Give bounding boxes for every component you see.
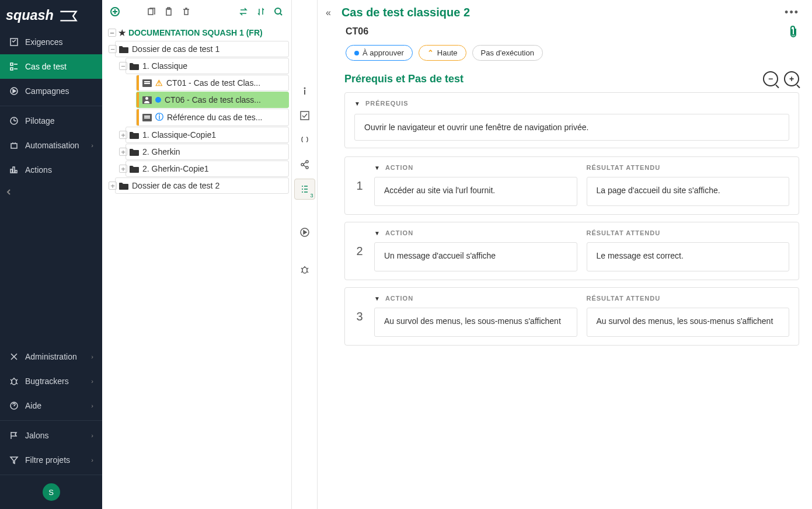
check-tab[interactable] bbox=[294, 105, 315, 126]
expand-icon[interactable]: + bbox=[109, 182, 117, 190]
testcase-type-icon bbox=[142, 114, 152, 121]
tree-item-selected[interactable]: CT06 - Cas de test class... bbox=[136, 92, 289, 108]
nav-exigences[interactable]: Exigences bbox=[0, 30, 102, 54]
chip-label: Haute bbox=[437, 48, 458, 57]
status-chip-approve[interactable]: À approuver bbox=[346, 45, 413, 61]
nav-automatisation[interactable]: Automatisation › bbox=[0, 133, 102, 158]
tree-folder[interactable]: − 1. Classique bbox=[126, 58, 289, 74]
tree-root[interactable]: − ★ DOCUMENTATION SQUASH 1 (FR) bbox=[104, 25, 289, 40]
step-number: 3 bbox=[345, 288, 374, 345]
more-icon[interactable]: ••• bbox=[785, 6, 799, 19]
action-text[interactable]: Un message d'accueil s'affiche bbox=[374, 242, 577, 271]
tree-item[interactable]: ⚠ CT01 - Cas de test Clas... bbox=[136, 75, 289, 91]
info-icon: ⓘ bbox=[155, 112, 163, 123]
result-text[interactable]: Au survol des menus, les sous-menus s'af… bbox=[587, 308, 790, 337]
action-header[interactable]: ▼ACTION bbox=[374, 164, 577, 171]
action-text[interactable]: Accéder au site via l'url fournit. bbox=[374, 177, 577, 206]
paste-button[interactable] bbox=[161, 4, 177, 20]
action-header[interactable]: ▼ACTION bbox=[374, 229, 577, 236]
collapse-panel-button[interactable]: « bbox=[326, 8, 331, 18]
expand-icon[interactable]: + bbox=[119, 148, 127, 156]
bug-tab[interactable] bbox=[294, 259, 315, 280]
collapse-icon[interactable]: − bbox=[109, 45, 117, 53]
share-tab[interactable] bbox=[294, 154, 315, 175]
prerequisite-header[interactable]: ▼ PRÉREQUIS bbox=[354, 100, 789, 107]
nav-campagnes[interactable]: Campagnes bbox=[0, 79, 102, 103]
swap-button[interactable] bbox=[235, 4, 252, 20]
result-text[interactable]: La page d'accueil du site s'affiche. bbox=[587, 177, 790, 206]
action-text[interactable]: Au survol des menus, les sous-menus s'af… bbox=[374, 308, 577, 337]
requirements-icon bbox=[9, 37, 19, 47]
collapse-sidebar-button[interactable] bbox=[0, 182, 102, 202]
step-number: 2 bbox=[345, 222, 374, 280]
zoom-out-icon[interactable]: − bbox=[763, 71, 778, 86]
nav-aide[interactable]: Aide › bbox=[0, 393, 102, 418]
tree-folder[interactable]: + 2. Gherkin-Copie1 bbox=[126, 161, 289, 177]
nav-actions[interactable]: Actions bbox=[0, 158, 102, 182]
svg-point-21 bbox=[302, 267, 307, 273]
nav-cas-de-test[interactable]: Cas de test bbox=[0, 54, 102, 79]
sidebar: squash Exigences Cas de test Campagnes P… bbox=[0, 0, 102, 509]
search-button[interactable] bbox=[270, 4, 287, 20]
result-label: RÉSULTAT ATTENDU bbox=[587, 295, 661, 302]
collapse-icon[interactable]: − bbox=[119, 62, 127, 70]
steps-tab[interactable]: 3 bbox=[294, 179, 315, 200]
help-icon bbox=[9, 400, 19, 411]
expand-icon[interactable]: + bbox=[119, 165, 127, 173]
tree-folder[interactable]: − Dossier de cas de test 1 bbox=[115, 41, 289, 57]
attachment-icon[interactable] bbox=[787, 25, 799, 38]
tree-folder[interactable]: + Dossier de cas de test 2 bbox=[115, 177, 289, 194]
main-content: « Cas de test classique 2 ••• CT06 À app… bbox=[318, 0, 812, 509]
logo: squash bbox=[0, 0, 102, 30]
play-tab[interactable] bbox=[294, 222, 315, 243]
result-header[interactable]: RÉSULTAT ATTENDU bbox=[587, 295, 790, 302]
tree-label: 2. Gherkin-Copie1 bbox=[142, 164, 285, 173]
execution-chip[interactable]: Pas d'exécution bbox=[472, 45, 543, 61]
test-step: 3 ▼ACTION Au survol des menus, les sous-… bbox=[344, 287, 799, 346]
dashboard-icon bbox=[9, 116, 19, 126]
action-header[interactable]: ▼ACTION bbox=[374, 295, 577, 302]
up-icon: ⌃ bbox=[427, 48, 434, 57]
tree-label: CT06 - Cas de test class... bbox=[165, 95, 285, 104]
code-tab[interactable] bbox=[294, 130, 315, 151]
nav-label: Administration bbox=[25, 352, 77, 361]
tree-folder[interactable]: + 2. Gherkin bbox=[126, 144, 289, 160]
result-header[interactable]: RÉSULTAT ATTENDU bbox=[587, 229, 790, 236]
nav-filtre-projets[interactable]: Filtre projets › bbox=[0, 448, 102, 472]
tree-folder[interactable]: + 1. Classique-Copie1 bbox=[126, 127, 289, 143]
delete-button[interactable] bbox=[178, 4, 194, 20]
priority-chip-high[interactable]: ⌃Haute bbox=[419, 45, 466, 61]
prereq-label: PRÉREQUIS bbox=[365, 100, 409, 107]
actions-icon bbox=[9, 165, 19, 175]
collapse-icon[interactable]: − bbox=[108, 29, 116, 37]
nav-pilotage[interactable]: Pilotage bbox=[0, 109, 102, 133]
tree-item[interactable]: ⓘ Référence du cas de tes... bbox=[136, 109, 289, 126]
step-number: 1 bbox=[345, 157, 374, 214]
zoom-in-icon[interactable]: + bbox=[784, 71, 799, 86]
steps-count: 3 bbox=[310, 193, 313, 198]
tree-label: 1. Classique-Copie1 bbox=[142, 130, 285, 140]
prerequisite-text[interactable]: Ouvrir le navigateur et ouvrir une fenêt… bbox=[354, 114, 789, 141]
nav-label: Aide bbox=[25, 401, 41, 410]
star-icon: ★ bbox=[119, 28, 126, 37]
result-text[interactable]: Le message est correct. bbox=[587, 242, 790, 271]
nav-bugtrackers[interactable]: Bugtrackers › bbox=[0, 369, 102, 393]
status-bar bbox=[137, 109, 139, 125]
nav-administration[interactable]: Administration › bbox=[0, 344, 102, 369]
folder-icon bbox=[130, 148, 139, 156]
main-header: « Cas de test classique 2 ••• CT06 À app… bbox=[318, 0, 812, 61]
add-button[interactable] bbox=[107, 4, 123, 20]
nav-label: Pilotage bbox=[25, 116, 55, 125]
svg-rect-16 bbox=[301, 111, 309, 120]
nav-jalons[interactable]: Jalons › bbox=[0, 423, 102, 448]
testcase-type-icon bbox=[142, 96, 152, 104]
expand-icon[interactable]: + bbox=[119, 131, 127, 139]
sort-button[interactable] bbox=[253, 4, 269, 20]
nav-label: Bugtrackers bbox=[25, 376, 69, 386]
test-step: 1 ▼ACTION Accéder au site via l'url four… bbox=[344, 156, 799, 215]
info-tab[interactable] bbox=[294, 81, 315, 102]
copy-button[interactable] bbox=[143, 4, 159, 20]
status-dot-icon bbox=[155, 97, 161, 103]
user-avatar[interactable]: S bbox=[43, 483, 60, 501]
result-header[interactable]: RÉSULTAT ATTENDU bbox=[587, 164, 790, 171]
